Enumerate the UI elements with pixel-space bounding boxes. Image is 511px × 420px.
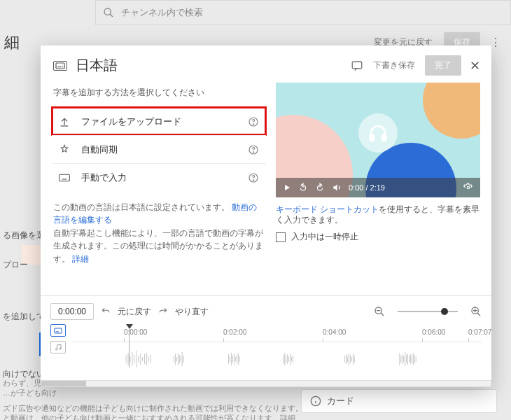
method-panel: 字幕を追加する方法を選択してください ファイルをアップロード 自動同期 bbox=[52, 83, 266, 295]
dialog-title: 日本語 bbox=[76, 56, 341, 75]
horizontal-scrollbar[interactable] bbox=[41, 380, 491, 387]
option-label: 自動同期 bbox=[81, 144, 248, 156]
play-icon[interactable] bbox=[283, 183, 291, 192]
ruler-mark: 0:07:07 bbox=[468, 328, 491, 336]
svg-rect-5 bbox=[56, 63, 64, 69]
zoom-out-icon[interactable] bbox=[374, 306, 385, 317]
ruler-mark: 0:06:00 bbox=[422, 328, 445, 336]
svg-line-30 bbox=[477, 313, 480, 316]
search-icon bbox=[103, 7, 114, 18]
subtitle-dialog: 日本語 下書き保存 完了 ✕ 字幕を追加する方法を選択してください ファイルをア… bbox=[41, 46, 491, 387]
help-icon[interactable] bbox=[248, 172, 259, 183]
svg-rect-13 bbox=[59, 174, 70, 181]
keyboard-icon bbox=[59, 174, 74, 182]
language-note: この動画の言語は日本語に設定されています。 動画の言語を編集する 自動字幕起こし… bbox=[52, 191, 266, 265]
decor-shape bbox=[423, 83, 480, 139]
option-manual-input[interactable]: 手動で入力 bbox=[52, 163, 266, 191]
feedback-icon[interactable] bbox=[351, 59, 363, 72]
ruler-mark: 0:04:00 bbox=[323, 328, 346, 336]
search-placeholder: チャンネル内で検索 bbox=[121, 6, 203, 19]
dialog-header: 日本語 下書き保存 完了 ✕ bbox=[41, 46, 491, 83]
done-button[interactable]: 完了 bbox=[425, 55, 461, 76]
time-ruler[interactable]: 0:00:00 0:02:00 0:04:00 0:06:00 0:07:07 bbox=[71, 328, 482, 342]
close-icon[interactable]: ✕ bbox=[470, 58, 480, 74]
note-text: この動画の言語は日本語に設定されています。 bbox=[53, 203, 230, 211]
svg-rect-32 bbox=[56, 331, 59, 332]
undo-icon[interactable] bbox=[101, 307, 111, 316]
audio-lane-icon[interactable] bbox=[50, 341, 66, 354]
svg-line-26 bbox=[381, 313, 384, 316]
bg-heading-fragment: 細 bbox=[4, 32, 20, 53]
video-preview[interactable]: 0:00 / 2:19 bbox=[276, 83, 480, 197]
svg-point-33 bbox=[56, 349, 57, 350]
svg-point-12 bbox=[253, 151, 253, 152]
lane-selectors bbox=[50, 320, 71, 376]
svg-point-10 bbox=[253, 123, 253, 124]
subtitle-lane-icon[interactable] bbox=[50, 324, 66, 337]
channel-search[interactable]: チャンネル内で検索 bbox=[95, 0, 511, 25]
info-icon bbox=[310, 396, 321, 407]
svg-rect-21 bbox=[370, 135, 374, 141]
svg-rect-6 bbox=[57, 66, 61, 67]
option-auto-sync[interactable]: 自動同期 bbox=[52, 135, 266, 163]
video-controls: 0:00 / 2:19 bbox=[276, 178, 480, 197]
timeline-toolbar: 0:00:00 元に戻す やり直す bbox=[50, 303, 482, 320]
svg-point-0 bbox=[104, 8, 111, 15]
subtitle-icon bbox=[53, 61, 67, 71]
headphones-icon bbox=[358, 113, 398, 153]
preview-panel: 0:00 / 2:19 キーボード ショートカットを使用すると、字幕を素早く入力… bbox=[276, 83, 480, 295]
ruler-mark: 0:02:00 bbox=[223, 328, 246, 336]
timecode-input[interactable]: 0:00:00 bbox=[50, 303, 94, 320]
svg-line-1 bbox=[110, 14, 113, 17]
svg-point-23 bbox=[467, 186, 470, 189]
pause-label: 入力中は一時停止 bbox=[291, 231, 358, 243]
undo-label[interactable]: 元に戻す bbox=[118, 306, 151, 318]
card-panel[interactable]: カード bbox=[301, 389, 497, 413]
help-icon[interactable] bbox=[248, 144, 259, 155]
pause-while-typing-row[interactable]: 入力中は一時停止 bbox=[276, 231, 480, 243]
shortcut-hint: キーボード ショートカットを使用すると、字幕を素早く入力できます。 bbox=[276, 197, 480, 231]
forward-10-icon[interactable] bbox=[315, 183, 325, 192]
upload-icon bbox=[59, 116, 74, 127]
option-label: ファイルをアップロード bbox=[81, 115, 248, 128]
pause-checkbox[interactable] bbox=[276, 232, 286, 242]
bg-footer-line: と動画は、他の子ども向け動画と一緒におすすめされる可能性が高くなります。詳細 bbox=[3, 413, 295, 420]
rewind-10-icon[interactable] bbox=[298, 183, 308, 192]
volume-icon[interactable] bbox=[332, 183, 342, 192]
timeline-panel: 0:00:00 元に戻す やり直す 0:00:00 0:02:00 0 bbox=[41, 295, 491, 387]
svg-rect-7 bbox=[62, 66, 63, 67]
bg-text-fragment: …が子ども向け bbox=[3, 388, 57, 398]
redo-label[interactable]: やり直す bbox=[175, 306, 209, 318]
svg-rect-31 bbox=[55, 328, 62, 333]
settings-icon[interactable] bbox=[463, 183, 473, 192]
method-prompt: 字幕を追加する方法を選択してください bbox=[52, 83, 266, 107]
keyboard-shortcuts-link[interactable]: キーボード ショートカット bbox=[276, 205, 379, 214]
save-draft-button[interactable]: 下書き保存 bbox=[373, 59, 415, 71]
learn-more-link[interactable]: 詳細 bbox=[72, 255, 89, 263]
ruler-mark: 0:00:00 bbox=[124, 328, 147, 336]
bg-text-fragment: プロー bbox=[3, 259, 28, 271]
svg-point-20 bbox=[253, 179, 253, 180]
help-icon[interactable] bbox=[248, 116, 259, 127]
redo-icon[interactable] bbox=[158, 307, 168, 316]
option-upload-file[interactable]: ファイルをアップロード bbox=[52, 107, 266, 135]
waveform[interactable] bbox=[71, 342, 482, 376]
svg-rect-22 bbox=[382, 135, 386, 141]
zoom-in-icon[interactable] bbox=[470, 306, 482, 317]
option-label: 手動で入力 bbox=[81, 172, 248, 184]
autosync-icon bbox=[59, 144, 74, 155]
svg-rect-8 bbox=[352, 62, 362, 69]
zoom-slider[interactable] bbox=[398, 311, 458, 312]
time-display: 0:00 / 2:19 bbox=[349, 183, 385, 192]
svg-point-34 bbox=[59, 348, 61, 349]
card-label: カード bbox=[327, 395, 354, 407]
